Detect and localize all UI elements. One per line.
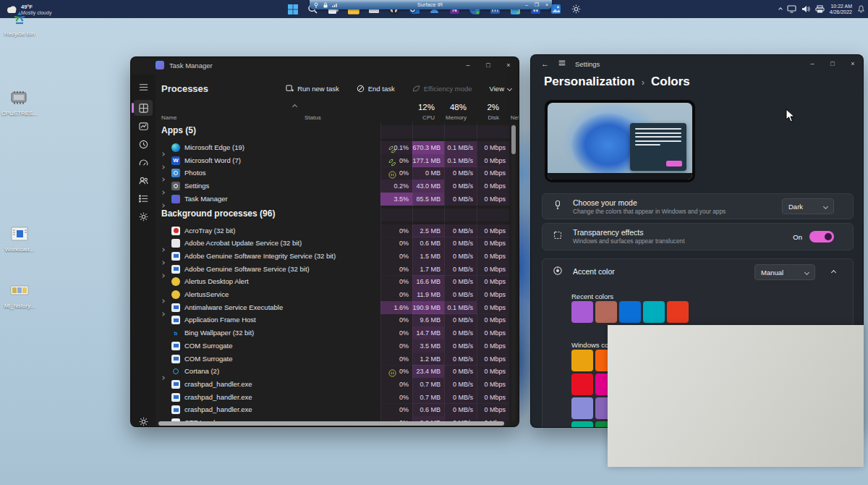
process-row[interactable]: Task Manager3.5%85.5 MB0 MB/s0 Mbps [156,193,511,206]
sidebar-item-performance[interactable] [134,118,153,134]
sidebar-item-settings[interactable] [134,413,153,427]
taskbar-settings-gear-icon[interactable] [569,1,584,17]
process-row[interactable]: Cortana (2)0%23.4 MB0 MB/s0 Mbps [156,365,511,378]
maximize-button[interactable]: □ [822,56,843,72]
transparency-row[interactable]: Transparency effects Windows and surface… [542,223,854,250]
process-row[interactable]: Adobe Genuine Software Integrity Service… [156,250,511,263]
process-row[interactable]: COM Surrogate0%1.2 MB0 MB/s0 Mbps [156,353,511,366]
recent-color-swatch-0[interactable] [571,301,593,323]
group-header[interactable]: Apps (5) [156,125,511,140]
generic-icon [171,393,180,402]
process-row[interactable]: crashpad_handler.exe0%0.7 MB0 MB/s0 Mbps [156,378,511,391]
memory-value: 1.5 MB [412,250,444,263]
close-button[interactable]: × [843,56,863,72]
run-new-task-button[interactable]: Run new task [286,85,339,93]
horizontal-scrollbar[interactable] [157,421,510,426]
memory-value: 3.5 MB [412,340,444,353]
app-history-icon [138,139,149,150]
disk-value: 0 MB/s [444,340,477,353]
preview-accent-button [666,161,682,166]
windows-color-swatch-4[interactable] [571,397,593,419]
desktop-icon-ml-history-[interactable]: Ml_history... [0,279,39,309]
display-icon[interactable] [787,3,796,16]
process-row[interactable]: Microsoft Edge (19)0.1%670.3 MB0.1 MB/s0… [156,141,511,154]
accent-color-row[interactable]: Accent color Manual [542,259,853,285]
network-value: 0 Mbps [477,403,509,416]
vertical-scrollbar-thumb[interactable] [511,125,516,154]
process-row[interactable]: AlertusService0%11.9 MB0 MB/s0 Mbps [156,288,511,301]
process-row[interactable]: Adobe Acrobat Update Service (32 bit)0%0… [156,237,511,250]
sidebar-item-users[interactable] [134,172,153,188]
column-network[interactable]: Network [482,114,519,121]
horizontal-scrollbar-thumb[interactable] [158,421,504,426]
minimize-button[interactable]: – [458,57,478,73]
sidebar-item-processes[interactable] [134,100,153,116]
process-row[interactable]: crashpad_handler.exe0%0.6 MB0 MB/s0 Mbps [156,403,511,416]
maximize-button[interactable]: □ [478,57,498,73]
end-task-button[interactable]: End task [357,85,395,93]
mode-dropdown[interactable]: Dark [782,198,834,214]
process-row[interactable]: Settings0.2%43.0 MB0 MB/s0 Mbps [156,180,511,193]
desktop-icon-label: CPUSTRES... [0,110,39,117]
view-dropdown[interactable]: View [490,85,511,93]
settings-titlebar[interactable]: ← Settings – □ × [531,55,863,72]
rdp-minimize-button[interactable]: – [522,2,532,7]
process-row[interactable]: COM Surrogate0%3.5 MB0 MB/s0 Mbps [156,340,511,353]
process-row[interactable]: AcroTray (32 bit)0%2.5 MB0 MB/s0 Mbps [156,224,511,237]
close-button[interactable]: × [498,57,519,73]
desktop-icon-workload-[interactable]: Workload... [0,223,39,253]
column-name[interactable]: Name [161,114,176,121]
task-manager-titlebar[interactable]: Task Manager – □ × [131,57,519,73]
process-name: Microsoft Edge (19) [184,143,244,151]
nav-menu-icon[interactable] [558,59,566,69]
desktop-icon-recycle-bin[interactable]: Recycle Bin [0,7,39,37]
minimize-button[interactable]: – [802,56,822,72]
breadcrumb-personalization[interactable]: Personalization [544,75,635,89]
disk-value: 0 MB/s [444,275,477,288]
process-row[interactable]: Photos0%0 MB0 MB/s0 Mbps [156,166,511,180]
sidebar-item-details[interactable] [134,190,153,206]
taskbar-start-icon[interactable] [285,1,300,17]
transparency-toggle[interactable] [809,231,834,242]
windows-color-swatch-2[interactable] [571,374,593,395]
printer-icon[interactable] [815,3,825,16]
process-name: Adobe Acrobat Update Service (32 bit) [184,239,302,247]
process-row[interactable]: Antimalware Service Executable1.6%190.9 … [156,301,511,314]
group-header[interactable]: Background processes (96) [156,208,511,223]
lock-icon [323,2,328,8]
speaker-icon[interactable] [801,3,810,16]
sidebar-item-services[interactable] [134,208,153,224]
desktop-icon-cpustres-[interactable]: CPUSTRES... [0,87,39,117]
sidebar-item-app-history[interactable] [134,136,153,152]
back-button[interactable]: ← [541,59,549,68]
clock[interactable]: 10:22 AM 4/26/2022 [830,4,852,15]
process-row[interactable]: Application Frame Host0%9.6 MB0 MB/s0 Mb… [156,313,511,326]
accent-mode-dropdown[interactable]: Manual [754,264,815,280]
column-status[interactable]: Status [305,114,321,121]
efficiency-mode-button[interactable]: Efficiency mode [412,85,472,93]
process-row[interactable]: CTF Loader0%2.9 MB0 MB/s0 Mbps [156,416,511,421]
pin-icon[interactable] [313,2,319,8]
recent-color-swatch-1[interactable] [595,301,617,323]
notifications-icon[interactable] [857,3,865,16]
windows-color-swatch-6[interactable] [571,421,593,428]
rdp-close-button[interactable]: × [542,2,552,7]
recent-color-swatch-3[interactable] [643,301,665,323]
collapse-accent-button[interactable] [824,264,843,280]
choose-mode-row[interactable]: Choose your mode Change the colors that … [542,193,854,219]
process-row[interactable]: Adobe Genuine Software Service (32 bit)0… [156,263,511,276]
rdp-connection-bar[interactable]: Surface IR – ❒ × [310,0,552,9]
process-row[interactable]: crashpad_handler.exe0%0.7 MB0 MB/s0 Mbps [156,391,511,404]
process-row[interactable]: bBing Wallpaper (32 bit)0%14.7 MB0 MB/s0… [156,326,511,340]
sidebar-item-menu[interactable] [134,79,153,95]
expand-tray-icon[interactable] [778,7,783,12]
recent-color-swatch-4[interactable] [667,301,689,323]
generic-icon [171,355,180,363]
rdp-restore-button[interactable]: ❒ [532,2,542,8]
sidebar-item-startup-apps[interactable] [134,154,153,170]
windows-color-swatch-0[interactable] [571,350,593,371]
recent-color-swatch-2[interactable] [619,301,641,323]
process-row[interactable]: WMicrosoft Word (7)0%177.1 MB0.1 MB/s0 M… [156,154,511,167]
vertical-scrollbar[interactable] [511,124,516,421]
process-row[interactable]: Alertus Desktop Alert0%16.6 MB0 MB/s0 Mb… [156,275,511,288]
